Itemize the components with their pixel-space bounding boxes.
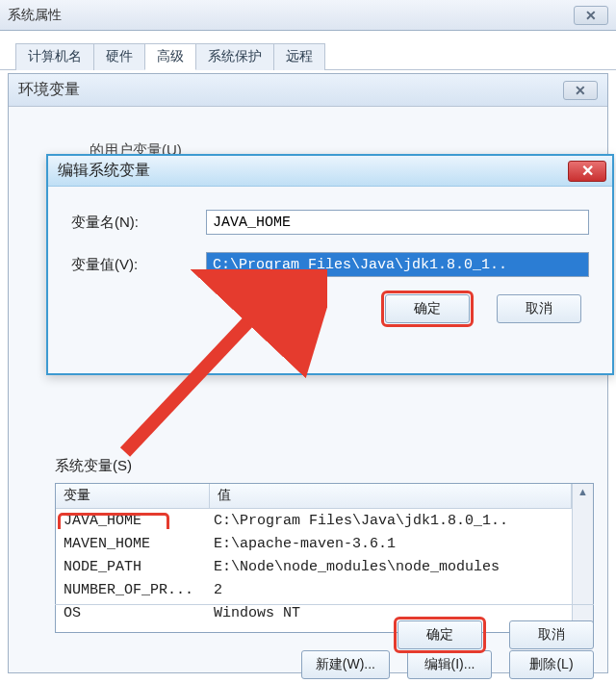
table-row[interactable]: NODE_PATH E:\Node\node_modules\node_modu…: [56, 555, 572, 578]
variable-value-row: 变量值(V):: [71, 252, 589, 277]
environment-variables-title: 环境变量: [18, 80, 563, 100]
edit-variable-body: 变量名(N): 变量值(V): 确定 取消: [48, 187, 612, 337]
system-variables-label: 系统变量(S): [55, 457, 594, 475]
system-properties-tabs: 计算机名 硬件 高级 系统保护 远程: [0, 31, 616, 70]
row-value: E:\apache-maven-3.6.1: [210, 536, 572, 552]
scroll-up-icon[interactable]: ▲: [578, 484, 588, 499]
edit-variable-buttons: 确定 取消: [71, 294, 589, 323]
table-row[interactable]: NUMBER_OF_PR... 2: [56, 578, 572, 601]
ok-button[interactable]: 确定: [398, 620, 482, 649]
column-header-value[interactable]: 值: [210, 484, 572, 508]
close-icon[interactable]: ✕: [563, 81, 598, 100]
row-name-java-home: JAVA_HOME: [56, 513, 210, 529]
cancel-button[interactable]: 取消: [497, 294, 581, 323]
row-value: C:\Program Files\Java\jdk1.8.0_1..: [210, 513, 572, 529]
tab-system-protection[interactable]: 系统保护: [195, 43, 274, 70]
row-value: E:\Node\node_modules\node_modules: [210, 559, 572, 575]
close-icon[interactable]: ✕: [568, 161, 606, 182]
cancel-button[interactable]: 取消: [509, 620, 594, 649]
ok-button[interactable]: 确定: [385, 294, 470, 323]
list-header: 变量 值 ▲: [56, 484, 593, 509]
tab-computer-name[interactable]: 计算机名: [15, 43, 94, 70]
new-button[interactable]: 新建(W)...: [301, 650, 390, 679]
variable-name-label: 变量名(N):: [71, 214, 206, 232]
variable-value-input[interactable]: [206, 252, 589, 277]
row-name: NODE_PATH: [56, 559, 210, 575]
variable-name-row: 变量名(N):: [71, 210, 589, 235]
tab-advanced[interactable]: 高级: [144, 43, 196, 70]
table-row[interactable]: JAVA_HOME C:\Program Files\Java\jdk1.8.0…: [56, 509, 572, 532]
row-value: 2: [210, 582, 572, 598]
system-variables-buttons: 新建(W)... 编辑(I)... 删除(L): [55, 650, 594, 679]
tab-hardware[interactable]: 硬件: [93, 43, 145, 70]
tab-remote[interactable]: 远程: [273, 43, 325, 70]
close-icon[interactable]: ✕: [574, 6, 608, 25]
edit-system-variable-dialog: 编辑系统变量 ✕ 变量名(N): 变量值(V): 确定 取消: [46, 154, 614, 375]
system-properties-titlebar: 系统属性 ✕: [0, 0, 616, 31]
variable-value-label: 变量值(V):: [71, 256, 206, 274]
environment-variables-bottom-buttons: 确定 取消: [55, 604, 594, 649]
system-properties-title: 系统属性: [8, 7, 574, 24]
row-name: MAVEN_HOME: [56, 536, 210, 552]
edit-variable-title: 编辑系统变量: [58, 161, 568, 181]
table-row[interactable]: MAVEN_HOME E:\apache-maven-3.6.1: [56, 532, 572, 555]
edit-variable-titlebar: 编辑系统变量 ✕: [48, 156, 612, 187]
environment-variables-titlebar: 环境变量 ✕: [9, 74, 607, 107]
row-name: NUMBER_OF_PR...: [56, 582, 210, 598]
edit-button[interactable]: 编辑(I)...: [407, 650, 492, 679]
column-header-name[interactable]: 变量: [56, 484, 210, 508]
scrollbar-header-spacer: ▲: [572, 484, 593, 509]
variable-name-input[interactable]: [206, 210, 589, 235]
delete-button[interactable]: 删除(L): [509, 650, 594, 679]
